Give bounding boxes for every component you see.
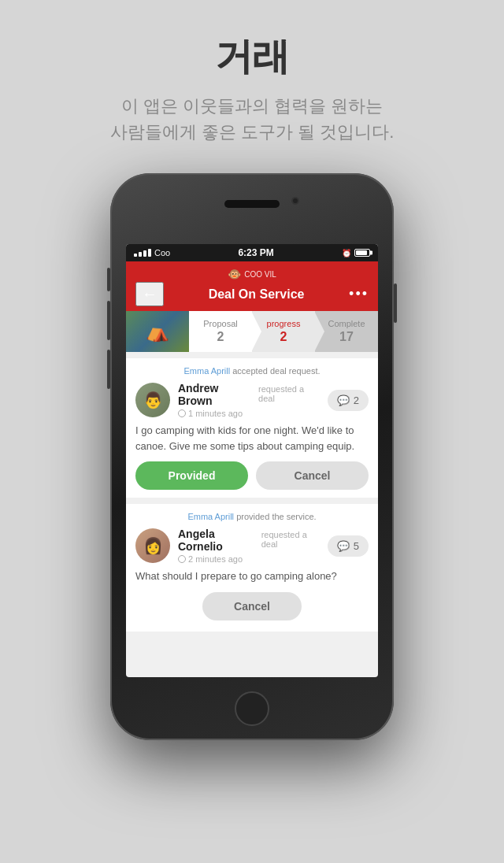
battery-icon <box>354 249 370 257</box>
user-row-2: 👩 Angela Cornelio requested a deal 2 min… <box>135 528 369 564</box>
deal-text-2: What should I prepare to go camping alon… <box>135 569 369 584</box>
deal-card-2: Emma Aprill provided the service. 👩 Ange… <box>126 504 378 632</box>
action-buttons-1: Provided Cancel <box>135 461 369 490</box>
status-line-2: Emma Aprill provided the service. <box>135 512 369 521</box>
user-name-2: Angela Cornelio <box>178 528 257 553</box>
cancel-button-2[interactable]: Cancel <box>202 592 302 620</box>
app-header: 🐵 COO VIL ← Deal On Service ••• <box>126 261 378 311</box>
deal-text-1: I go camping with kids for one night. We… <box>135 423 369 454</box>
tab-proposal[interactable]: Proposal 2 <box>189 311 252 352</box>
page-subtitle: 이 앱은 이웃들과의 협력을 원하는 사람들에게 좋은 도구가 될 것입니다. <box>79 93 426 145</box>
complete-label: Complete <box>328 319 365 328</box>
proposal-count: 2 <box>217 330 224 344</box>
phone-mockup: Coo 6:23 PM ⏰ 🐵 COO VIL ← Deal On Servic… <box>110 173 394 740</box>
clock-icon-2 <box>178 555 186 563</box>
content-area: Emma Aprill accepted deal request. 👨 And… <box>126 352 378 638</box>
volume-up-button <box>107 301 110 340</box>
clock-icon-1 <box>178 409 186 417</box>
app-nav: ← Deal On Service ••• <box>135 282 369 306</box>
progress-label: progress <box>267 319 301 328</box>
avatar-angela: 👩 <box>135 528 170 563</box>
home-button[interactable] <box>235 691 269 726</box>
carrier-text: Coo <box>154 248 170 257</box>
tab-complete[interactable]: Complete 17 <box>315 311 378 352</box>
phone-screen: Coo 6:23 PM ⏰ 🐵 COO VIL ← Deal On Servic… <box>126 244 378 677</box>
user-info-2: Angela Cornelio requested a deal 2 minut… <box>178 528 321 564</box>
nav-title: Deal On Service <box>209 287 305 302</box>
status-bar: Coo 6:23 PM ⏰ <box>126 244 378 261</box>
chat-badge-1[interactable]: 💬 2 <box>328 390 369 411</box>
progress-tabs: Proposal 2 progress 2 Complete 17 <box>126 311 378 352</box>
user-action-2: requested a deal <box>261 530 321 549</box>
provided-button[interactable]: Provided <box>135 461 248 490</box>
status-name-1: Emma Aprill <box>183 366 230 376</box>
chat-count-2: 5 <box>354 540 359 552</box>
status-icons: ⏰ <box>342 249 370 257</box>
monkey-icon: 🐵 <box>228 268 241 280</box>
volume-down-button <box>107 350 110 389</box>
user-action-1: requested a deal <box>258 384 321 403</box>
more-button[interactable]: ••• <box>349 286 369 302</box>
user-time-2: 2 minutes ago <box>178 554 321 564</box>
chat-count-1: 2 <box>354 394 359 406</box>
cancel-button-1[interactable]: Cancel <box>256 461 369 490</box>
phone-speaker <box>224 200 280 208</box>
status-name-2: Emma Aprill <box>187 512 234 521</box>
logo-text: COO VIL <box>244 270 276 279</box>
tab-photo[interactable] <box>126 311 189 352</box>
alarm-icon: ⏰ <box>342 249 351 257</box>
user-info-1: Andrew Brown requested a deal 1 minutes … <box>178 382 321 418</box>
tab-progress[interactable]: progress 2 <box>252 311 315 352</box>
user-row-1: 👨 Andrew Brown requested a deal 1 minute… <box>135 382 369 418</box>
signal-icon <box>134 249 151 257</box>
progress-count: 2 <box>280 330 287 344</box>
page-title: 거래 <box>215 31 289 82</box>
power-button <box>394 283 397 323</box>
user-time-1: 1 minutes ago <box>178 409 321 418</box>
deal-card-1: Emma Aprill accepted deal request. 👨 And… <box>126 358 378 498</box>
user-name-1: Andrew Brown <box>178 382 254 407</box>
chat-icon-1: 💬 <box>337 394 350 406</box>
action-buttons-2: Cancel <box>135 592 369 620</box>
volume-mute-button <box>107 268 110 291</box>
status-time: 6:23 PM <box>238 247 273 258</box>
status-line-1: Emma Aprill accepted deal request. <box>135 366 369 376</box>
complete-count: 17 <box>339 330 354 344</box>
phone-camera <box>291 197 299 205</box>
avatar-andrew: 👨 <box>135 383 170 417</box>
back-button[interactable]: ← <box>135 282 164 306</box>
chat-icon-2: 💬 <box>337 540 350 552</box>
proposal-label: Proposal <box>203 319 237 328</box>
app-logo: 🐵 COO VIL <box>135 268 369 280</box>
chat-badge-2[interactable]: 💬 5 <box>328 535 369 557</box>
